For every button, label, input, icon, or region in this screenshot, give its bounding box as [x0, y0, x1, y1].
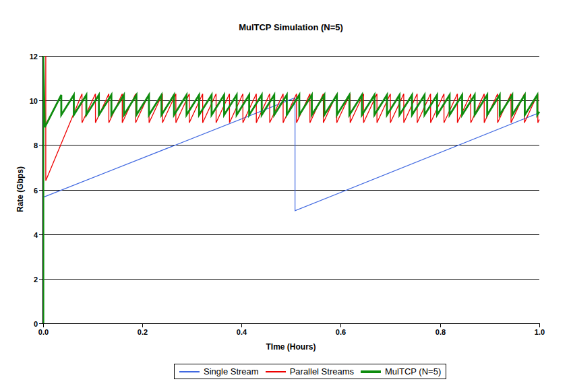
single-stream-line-sample: [179, 371, 200, 372]
x-tick-label-0.2: 0.2: [123, 327, 163, 337]
parallel-streams-line-sample: [266, 371, 286, 372]
x-tick-label-0.4: 0.4: [222, 327, 262, 337]
y-tick-label-2: 2: [0, 275, 38, 284]
y-tick-label-4: 4: [0, 230, 38, 240]
legend-item-single-stream: Single Stream: [179, 366, 259, 377]
data-series: [43, 56, 540, 323]
legend: Single Stream Parallel Streams MulTCP (N…: [174, 364, 446, 379]
legend-label-multcp: MulTCP (N=5): [385, 366, 441, 377]
y-tick-label-12: 12: [0, 52, 38, 61]
plot-area: [0, 0, 571, 392]
chart-figure: MulTCP Simulation (N=5) 024681012 0.00.2…: [0, 0, 571, 392]
y-tick-label-8: 8: [0, 141, 38, 150]
legend-label-single-stream: Single Stream: [204, 366, 259, 377]
x-tick-label-0.0: 0.0: [24, 327, 64, 337]
legend-label-parallel-streams: Parallel Streams: [290, 366, 354, 377]
series-line-multcp-n-5-: [43, 56, 539, 323]
x-tick-label-0.6: 0.6: [321, 327, 361, 337]
series-line-parallel-streams: [46, 56, 539, 181]
y-axis-title: Rate (Gbps): [16, 166, 25, 212]
series-line-single-stream: [43, 98, 540, 211]
x-axis-title: TIme (Hours): [42, 342, 539, 352]
legend-item-multcp: MulTCP (N=5): [361, 366, 441, 377]
multcp-line-sample: [361, 370, 381, 373]
x-tick-label-1.0: 1.0: [520, 327, 560, 337]
axes: [39, 56, 540, 327]
y-tick-label-10: 10: [0, 96, 38, 106]
x-tick-label-0.8: 0.8: [421, 327, 461, 337]
legend-item-parallel-streams: Parallel Streams: [266, 366, 354, 377]
